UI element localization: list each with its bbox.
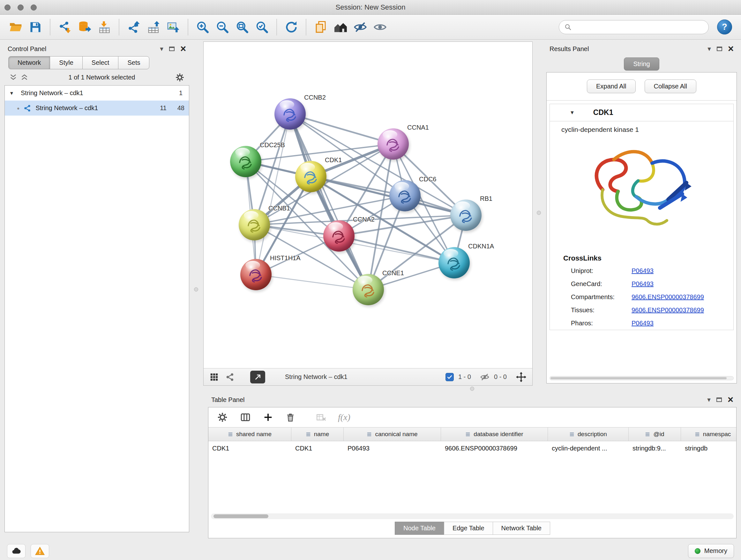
export-image-button[interactable] xyxy=(163,17,183,37)
horizontal-splitter-handle[interactable] xyxy=(470,387,474,391)
add-column-icon[interactable] xyxy=(263,412,273,423)
table-row[interactable]: CDK1CDK1P064939606.ENSP00000378699cyclin… xyxy=(208,441,736,455)
table-settings-gear-icon[interactable] xyxy=(217,412,228,423)
network-collection-row[interactable]: ▼ String Network – cdk1 1 xyxy=(5,85,189,101)
copy-document-button[interactable] xyxy=(311,17,331,37)
node-CDC6[interactable] xyxy=(389,180,421,211)
import-table-button[interactable] xyxy=(94,17,114,37)
save-session-button[interactable] xyxy=(25,17,45,37)
node-HIST1H1A[interactable] xyxy=(240,259,272,290)
column-header-@id[interactable]: @id xyxy=(629,428,681,441)
float-panel-icon[interactable] xyxy=(169,47,175,51)
zoom-window-button[interactable] xyxy=(30,4,37,10)
column-header-namespac[interactable]: namespac xyxy=(681,428,736,441)
edge-CCNB2-CCNE1[interactable] xyxy=(290,114,368,290)
collapse-panel-icon[interactable]: ▾ xyxy=(707,396,711,403)
zoom-in-button[interactable] xyxy=(193,17,212,37)
apply-layout-button[interactable] xyxy=(281,17,301,37)
import-network-file-button[interactable] xyxy=(55,17,75,37)
node-CDKN1A[interactable] xyxy=(439,247,470,278)
column-header-description[interactable]: description xyxy=(548,428,629,441)
search-box xyxy=(559,20,709,34)
grid-view-icon[interactable] xyxy=(209,372,219,382)
search-input[interactable] xyxy=(575,23,703,30)
scrollbar-thumb[interactable] xyxy=(213,514,268,518)
network-overview-icon[interactable] xyxy=(225,372,235,382)
column-header-name[interactable]: name xyxy=(291,428,344,441)
tab-style[interactable]: Style xyxy=(50,56,82,69)
help-button[interactable]: ? xyxy=(717,19,732,35)
open-in-new-window-button[interactable] xyxy=(250,371,265,383)
node-CCNA2[interactable] xyxy=(323,220,354,252)
collapse-panel-icon[interactable]: ▾ xyxy=(708,45,711,52)
gene-section-header[interactable]: ▼ CDK1 xyxy=(550,104,733,121)
export-network-button[interactable] xyxy=(124,17,144,37)
minimize-window-button[interactable] xyxy=(17,4,23,10)
show-columns-icon[interactable] xyxy=(240,412,251,423)
network-options-gear-icon[interactable] xyxy=(175,72,185,82)
collapse-collection-icon[interactable]: ▼ xyxy=(9,90,17,96)
application-window: Session: New Session ? Control Panel ▾ × xyxy=(0,0,741,560)
right-splitter-handle[interactable] xyxy=(537,211,541,215)
float-panel-icon[interactable] xyxy=(717,47,722,51)
network-row[interactable]: ● String Network – cdk1 11 48 xyxy=(5,101,189,116)
zoom-fit-button[interactable] xyxy=(232,17,252,37)
node-CCNB2[interactable] xyxy=(274,98,306,130)
crosslink-tissues-link[interactable]: 9606.ENSP00000378699 xyxy=(631,307,704,314)
column-header-shared-name[interactable]: shared name xyxy=(208,428,291,441)
node-CCNA1[interactable] xyxy=(378,128,409,160)
close-window-button[interactable] xyxy=(4,4,10,10)
collapse-all-button[interactable]: Collapse All xyxy=(645,79,697,93)
tab-network[interactable]: Network xyxy=(8,56,50,69)
node-RB1[interactable] xyxy=(450,199,482,231)
open-session-button[interactable] xyxy=(6,17,25,37)
table-cell: cyclin-dependent ... xyxy=(548,445,629,452)
expand-all-networks-icon[interactable] xyxy=(9,73,17,82)
export-table-button[interactable] xyxy=(144,17,163,37)
warnings-button[interactable] xyxy=(30,544,49,558)
crosslink-compartments-link[interactable]: 9606.ENSP00000378699 xyxy=(631,294,704,301)
node-CDC25B[interactable] xyxy=(230,146,261,177)
tab-edge-table[interactable]: Edge Table xyxy=(444,522,493,535)
tab-network-table[interactable]: Network Table xyxy=(493,522,550,535)
import-network-database-button[interactable] xyxy=(75,17,94,37)
show-graphics-details-button[interactable] xyxy=(370,17,390,37)
table-horizontal-scrollbar[interactable] xyxy=(211,513,734,519)
node-CCNB1[interactable] xyxy=(239,209,270,240)
hide-graphics-details-button[interactable] xyxy=(350,17,370,37)
close-panel-icon[interactable]: × xyxy=(180,45,186,53)
node-CDK1[interactable] xyxy=(295,161,327,192)
zoom-out-button[interactable] xyxy=(212,17,232,37)
crosslink-uniprot-link[interactable]: P06493 xyxy=(631,267,654,274)
network-canvas[interactable]: CCNB2CCNA1CDC25BCDK1CDC6RB1CCNB1CCNA2CDK… xyxy=(204,42,532,368)
selected-checkbox-icon[interactable] xyxy=(446,373,454,381)
column-header-canonical-name[interactable]: canonical name xyxy=(344,428,441,441)
collapse-section-icon[interactable]: ▼ xyxy=(569,110,575,116)
column-header-database-identifier[interactable]: database identifier xyxy=(441,428,548,441)
edge-CCNB2-HIST1H1A[interactable] xyxy=(256,114,290,274)
cloud-status-button[interactable] xyxy=(7,544,25,558)
tab-sets[interactable]: Sets xyxy=(118,56,149,69)
home-button[interactable] xyxy=(331,17,350,37)
crosslink-genecard-link[interactable]: P06493 xyxy=(631,280,654,288)
float-panel-icon[interactable] xyxy=(717,397,722,402)
close-panel-icon[interactable]: × xyxy=(728,45,734,53)
node-CCNE1[interactable] xyxy=(353,274,384,305)
zoom-selected-button[interactable] xyxy=(252,17,272,37)
crosslink-pharos-link[interactable]: P06493 xyxy=(631,320,654,327)
tab-string[interactable]: String xyxy=(624,57,659,71)
expand-all-button[interactable]: Expand All xyxy=(587,79,636,93)
collapse-all-networks-icon[interactable] xyxy=(20,73,29,82)
external-arrow-icon xyxy=(254,373,262,381)
column-icon xyxy=(695,432,700,437)
collapse-panel-icon[interactable]: ▾ xyxy=(160,45,163,52)
tab-select[interactable]: Select xyxy=(82,56,119,69)
close-panel-icon[interactable]: × xyxy=(728,396,733,404)
delete-column-icon[interactable] xyxy=(285,412,296,423)
results-horizontal-scrollbar[interactable] xyxy=(549,376,734,380)
left-splitter-handle[interactable] xyxy=(194,287,198,292)
memory-button[interactable]: Memory xyxy=(688,544,734,558)
edge-HIST1H1A-CCNE1[interactable] xyxy=(256,274,368,290)
fit-content-icon[interactable] xyxy=(516,372,527,382)
tab-node-table[interactable]: Node Table xyxy=(395,522,444,535)
